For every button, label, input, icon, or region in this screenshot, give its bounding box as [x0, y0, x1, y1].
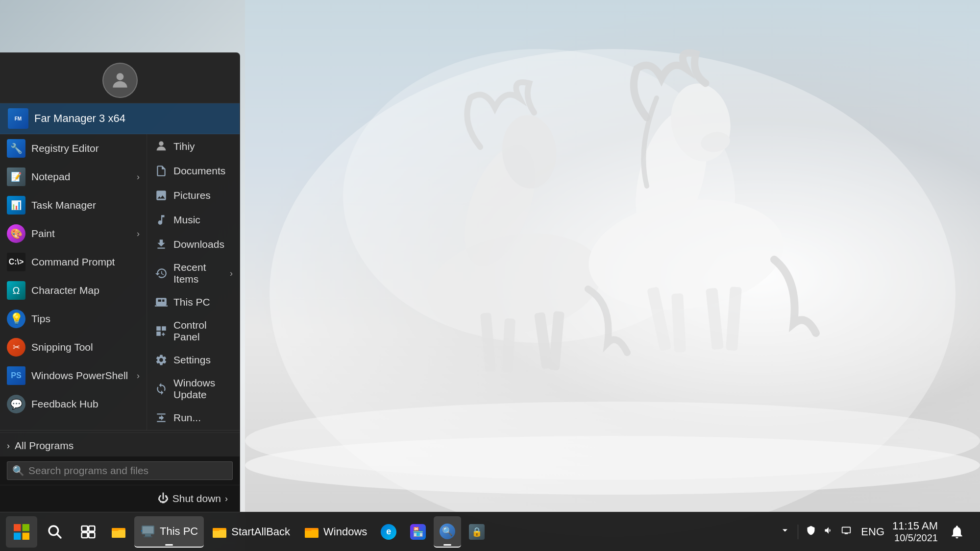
clock-time: 11:15 AM — [892, 520, 938, 532]
svg-rect-37 — [144, 536, 152, 537]
svg-rect-33 — [112, 528, 119, 531]
menu-item-paint[interactable]: 🎨 Paint › — [0, 219, 147, 248]
windows-update-label: Windows Update — [173, 377, 233, 401]
svg-rect-27 — [82, 526, 88, 531]
command-prompt-icon: C:\> — [7, 253, 25, 271]
menu-item-powershell[interactable]: PS Windows PowerShell › — [0, 361, 147, 390]
svg-rect-36 — [145, 534, 151, 536]
menu-item-command-prompt[interactable]: C:\> Command Prompt — [0, 248, 147, 276]
edge-icon: e — [381, 524, 396, 540]
task-view-icon — [80, 524, 96, 540]
search-icon: 🔍 — [12, 465, 24, 477]
menu-item-pictures[interactable]: Pictures — [147, 183, 240, 208]
powershell-icon: PS — [7, 366, 25, 385]
feedback-hub-icon: 💬 — [7, 395, 25, 413]
menu-item-control-panel[interactable]: Control Panel — [147, 314, 240, 348]
all-programs-chevron: › — [7, 441, 10, 451]
taskbar-app-store[interactable]: 🏪 — [404, 516, 432, 548]
menu-item-documents[interactable]: Documents — [147, 159, 240, 183]
security-tray-icon[interactable] — [804, 524, 818, 540]
registry-editor-icon: 🔧 — [7, 139, 25, 158]
all-programs-label: All Programs — [15, 440, 74, 452]
language-indicator[interactable]: ENG — [859, 524, 886, 540]
volume-tray-icon[interactable] — [822, 524, 835, 540]
show-hidden-tray-button[interactable] — [778, 524, 792, 540]
character-map-icon: Ω — [7, 281, 25, 300]
user-area[interactable] — [0, 53, 240, 103]
user-avatar-icon — [109, 70, 131, 91]
search-bar: 🔍 — [0, 456, 240, 485]
far-manager-item[interactable]: FM Far Manager 3 x64 — [0, 103, 240, 134]
clock[interactable]: 11:15 AM 10/5/2021 — [892, 520, 938, 544]
taskbar-search-icon — [47, 524, 63, 540]
menu-item-settings[interactable]: Settings — [147, 348, 240, 372]
svg-line-26 — [57, 534, 61, 538]
svg-point-18 — [245, 436, 980, 495]
svg-rect-21 — [14, 524, 21, 531]
desktop-wallpaper — [245, 0, 980, 551]
startallback-taskbar-icon — [212, 524, 227, 540]
taskbar-app-file-explorer[interactable] — [105, 516, 132, 548]
downloads-icon — [154, 237, 169, 252]
user-avatar[interactable] — [102, 63, 138, 98]
menu-item-tihiy[interactable]: Tihiy — [147, 134, 240, 159]
svg-rect-38 — [141, 530, 142, 531]
taskbar-app-startallback[interactable]: StartAllBack — [206, 516, 296, 548]
svg-rect-28 — [89, 526, 95, 531]
notification-center-button[interactable] — [945, 516, 969, 548]
menu-item-character-map[interactable]: Ω Character Map — [0, 276, 147, 305]
taskbar-app-edge[interactable]: e — [375, 516, 402, 548]
start-button[interactable] — [6, 516, 37, 548]
windows-update-icon — [154, 382, 169, 396]
windows-folder-icon — [304, 524, 319, 540]
bottom-area: › All Programs 🔍 ⏻ Shut down › — [0, 430, 240, 512]
this-pc-label: This PC — [173, 296, 210, 308]
svg-rect-43 — [305, 530, 318, 538]
task-view-button[interactable] — [73, 516, 104, 548]
menu-item-music[interactable]: Music — [147, 208, 240, 232]
taskbar-app-windows[interactable]: Windows — [298, 516, 373, 548]
taskbar-app-spy[interactable]: 🔍 — [434, 516, 461, 548]
this-pc-icon — [154, 295, 169, 310]
menu-item-downloads[interactable]: Downloads — [147, 232, 240, 257]
search-input[interactable] — [28, 465, 227, 477]
menu-item-run[interactable]: Run... — [147, 406, 240, 430]
taskbar-app-this-pc[interactable]: This PC — [134, 516, 204, 548]
shutdown-button[interactable]: ⏻ Shut down › — [153, 489, 233, 508]
taskbar-app-security[interactable]: 🔒 — [463, 516, 490, 548]
notepad-icon: 📝 — [7, 168, 25, 186]
all-programs[interactable]: › All Programs — [0, 435, 240, 456]
menu-item-registry-editor[interactable]: 🔧 Registry Editor — [0, 134, 147, 163]
menu-item-tips[interactable]: 💡 Tips — [0, 305, 147, 333]
store-icon: 🏪 — [410, 524, 426, 540]
paint-label: Paint — [31, 228, 55, 240]
menu-item-windows-update[interactable]: Windows Update — [147, 372, 240, 406]
search-input-wrapper: 🔍 — [7, 461, 233, 480]
pictures-label: Pictures — [173, 190, 211, 201]
tray-separator — [798, 525, 798, 539]
svg-rect-30 — [89, 532, 95, 538]
settings-label: Settings — [173, 354, 211, 366]
far-manager-icon: FM — [8, 108, 28, 129]
windows-logo-icon — [14, 524, 29, 540]
menu-item-snipping-tool[interactable]: ✂ Snipping Tool — [0, 333, 147, 361]
menu-item-feedback-hub[interactable]: 💬 Feedback Hub — [0, 390, 147, 418]
menu-item-recent-items[interactable]: Recent Items › — [147, 257, 240, 290]
taskbar: This PC StartAllBack — [0, 512, 980, 551]
separator-1 — [0, 432, 240, 433]
music-label: Music — [173, 214, 200, 226]
svg-rect-22 — [23, 524, 29, 531]
svg-rect-29 — [82, 532, 88, 538]
taskbar-search-button[interactable] — [39, 516, 71, 548]
control-panel-icon — [154, 324, 169, 338]
svg-rect-40 — [213, 530, 226, 538]
notepad-label: Notepad — [31, 171, 70, 183]
snipping-tool-icon: ✂ — [7, 338, 25, 357]
display-tray-icon[interactable] — [839, 524, 853, 540]
menu-item-this-pc[interactable]: This PC — [147, 290, 240, 314]
menu-item-task-manager[interactable]: 📊 Task Manager — [0, 191, 147, 219]
svg-rect-23 — [14, 532, 21, 539]
menu-item-notepad[interactable]: 📝 Notepad › — [0, 163, 147, 191]
tray-icons — [778, 524, 853, 540]
svg-point-19 — [116, 73, 123, 80]
